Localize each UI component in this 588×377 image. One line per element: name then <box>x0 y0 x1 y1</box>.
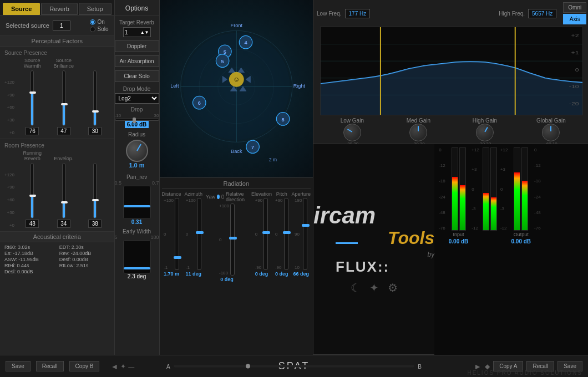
extra-meters <box>483 147 497 351</box>
rad-aperture: Aperture 180 90 10 66 deg <box>292 191 311 277</box>
spatial-panel: 4 5 5 6 7 8 ☺ <box>160 0 314 355</box>
ew-value: 2.3 deg <box>128 273 146 279</box>
high-freq-label: High Freq. <box>499 11 525 17</box>
med-gain-knob[interactable] <box>409 124 427 141</box>
acou-rtlow: RtLow: 2.51s <box>59 263 110 268</box>
reverb-value: 1 <box>125 29 128 35</box>
star-icon[interactable]: ✦ <box>369 281 379 294</box>
aperture-thumb <box>302 224 310 227</box>
drop-slider-container <box>115 119 159 121</box>
right-diamond[interactable]: ◆ <box>485 363 490 370</box>
source-presence-section: Source Presence +120 +90 +60 +30 +0 Sour… <box>0 47 114 139</box>
acou-rt60: Rt60: 3.02s <box>4 244 55 250</box>
tab-source[interactable]: Source <box>3 3 40 15</box>
radio-solo[interactable]: Solo <box>90 26 109 32</box>
radius-knob-container: 1.0 m <box>126 140 148 169</box>
flux-text: FLUX:: <box>336 258 389 276</box>
save-left-btn[interactable]: Save <box>6 361 31 371</box>
drop-thumb <box>133 118 136 123</box>
panrev-max: 0.7 <box>152 180 159 186</box>
ab-dot <box>246 364 250 369</box>
rad-distance: Distance +100 0 -1 1.70 m <box>162 191 181 277</box>
yaw-toggle[interactable] <box>217 195 220 199</box>
drop-mode-select[interactable]: Log2 <box>115 93 159 104</box>
moon-icon[interactable]: ☾ <box>351 281 361 294</box>
acou-rth: RtHi: 0.44s <box>4 263 55 268</box>
spatial-view[interactable]: 4 5 5 6 7 8 ☺ <box>160 0 313 177</box>
svg-text:5: 5 <box>221 59 224 64</box>
svg-text:+2: +2 <box>571 33 579 38</box>
source-number-input[interactable] <box>53 21 70 30</box>
ab-bar[interactable] <box>174 365 415 368</box>
high-gain-knob[interactable] <box>476 124 494 141</box>
reverb-arrows[interactable]: ▲▼ <box>140 30 149 35</box>
ab-bar-section: A B <box>166 363 422 369</box>
running-reverb-track[interactable] <box>31 163 34 218</box>
scale-m24: -24 <box>439 195 445 200</box>
freq-inputs-row: Low Freq. 177 Hz High Freq. 5657 Hz Omni… <box>317 2 586 24</box>
tab-reverb[interactable]: Reverb <box>41 3 77 15</box>
tab-setup[interactable]: Setup <box>79 3 111 15</box>
warmth-track[interactable] <box>31 70 34 126</box>
global-gain-knob[interactable] <box>542 124 560 141</box>
gear-icon[interactable]: ⚙ <box>388 281 398 294</box>
svg-text:-10: -10 <box>569 84 579 89</box>
yaw-slider[interactable] <box>230 203 235 276</box>
drop-min: -10 <box>115 113 121 118</box>
aperture-slider[interactable] <box>303 198 307 270</box>
radius-knob[interactable] <box>126 140 148 162</box>
high-freq-value[interactable]: 5657 Hz <box>528 9 556 18</box>
drop-track[interactable] <box>115 119 159 121</box>
axis-btn[interactable]: Axis <box>563 14 586 24</box>
room3-value: 38 <box>88 220 102 228</box>
rel-dir-toggle[interactable] <box>221 195 224 199</box>
source-presence-label: Source Presence <box>4 50 110 56</box>
panrev-slider[interactable] <box>123 186 151 219</box>
panrev-min: 0.5 <box>115 180 122 186</box>
ircam-logo: ircam Tools by FLUX:: <box>313 204 434 276</box>
output-meter-R <box>521 147 528 231</box>
rad-elevation: Elevation +90 0 -90 0 deg <box>251 191 272 277</box>
ew-slider[interactable] <box>123 240 151 273</box>
elevation-slider[interactable] <box>263 198 268 270</box>
radio-on-label: On <box>98 19 105 25</box>
low-gain-knob[interactable] <box>343 124 361 141</box>
source3-track[interactable] <box>93 70 97 126</box>
envelop-track[interactable] <box>62 163 65 218</box>
distance-slider[interactable] <box>175 198 179 270</box>
brilliance-track[interactable] <box>62 70 65 126</box>
room3-track[interactable] <box>93 163 97 218</box>
drop-label: Drop <box>131 106 143 113</box>
svg-text:Back: Back <box>231 149 242 154</box>
air-absorption-btn[interactable]: Air Absorption <box>115 55 159 67</box>
eq-canvas: +2 +1 0 -10 -20 <box>320 27 583 115</box>
io-meters-section: 0 -12 -18 -24 -48 -76 <box>434 144 588 355</box>
copy-b-btn[interactable]: Copy B <box>69 361 100 371</box>
output-value: 0.00 dB <box>511 238 531 244</box>
drop-mode-label: Drop Mode <box>123 86 150 92</box>
low-gain-indicator <box>347 129 353 133</box>
selected-source-row: Selected source On Solo <box>0 16 114 36</box>
high-gain-label: High Gain <box>473 118 497 124</box>
azimuth-thumb <box>196 231 204 234</box>
azimuth-slider[interactable] <box>197 198 201 270</box>
svg-text:8: 8 <box>281 117 284 123</box>
rs-p3: +3 <box>472 167 479 172</box>
b-label: B <box>418 363 422 369</box>
star-btn[interactable]: ✦ <box>120 363 126 370</box>
room-tick-labels: +120 +90 +60 +30 +0 <box>4 172 14 228</box>
pitch-slider[interactable] <box>284 198 288 270</box>
dash-btn[interactable]: — <box>128 363 134 370</box>
low-freq-value[interactable]: 177 Hz <box>345 9 371 18</box>
reverb-spinbox[interactable]: 1 ▲▼ <box>123 27 151 37</box>
clear-solo-btn[interactable]: Clear Solo <box>115 70 159 82</box>
options-title: Options <box>115 0 159 16</box>
svg-text:0: 0 <box>575 67 579 72</box>
omni-btn[interactable]: Omni <box>563 2 586 13</box>
recall-left-btn[interactable]: Recall <box>36 361 64 371</box>
eq-svg: +2 +1 0 -10 -20 <box>321 27 582 115</box>
doppler-btn[interactable]: Doppler <box>115 40 159 52</box>
ew-max: 180 <box>150 235 159 240</box>
left-arrow[interactable]: ◄ <box>110 362 118 371</box>
radio-on[interactable]: On <box>90 19 109 25</box>
